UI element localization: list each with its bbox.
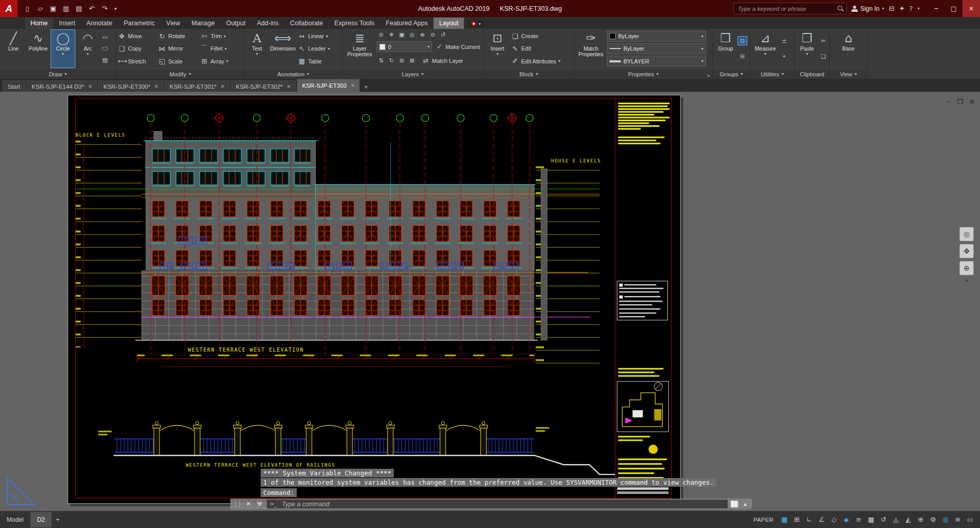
maximize-button[interactable]: □	[945, 0, 962, 17]
make-current-button[interactable]: ✓Make Current	[435, 41, 480, 53]
layer-state-icon[interactable]: ⊞	[397, 57, 406, 65]
ellipse-icon[interactable]: ◯	[101, 46, 109, 52]
tab-manage[interactable]: Manage	[186, 18, 220, 29]
file-tab-ksr-sjp-et301[interactable]: KSR-SJP-ET301*✕	[165, 80, 230, 92]
object-color-select[interactable]: ByLayer▾	[607, 31, 706, 42]
mirror-button[interactable]: ⋈Mirror	[158, 43, 199, 55]
properties-panel-label[interactable]: Properties▾↘	[574, 69, 712, 79]
help-menu-caret-icon[interactable]: ▾	[918, 6, 920, 11]
annotation-panel-label[interactable]: Annotation▾	[245, 69, 342, 79]
block-panel-label[interactable]: Block▾	[484, 69, 574, 79]
groups-panel-label[interactable]: Groups▾	[713, 69, 750, 79]
rotate-button[interactable]: ↻Rotate	[158, 30, 199, 42]
tab-view[interactable]: View	[160, 18, 186, 29]
help-search[interactable]	[733, 3, 847, 14]
doc-minimize-icon[interactable]: ─	[947, 98, 951, 106]
copy-button[interactable]: ❑Copy	[118, 43, 157, 55]
draw-panel-label[interactable]: Draw▾	[0, 69, 116, 79]
command-input[interactable]	[281, 500, 724, 508]
drawing-sheet[interactable]: BLOCK E LEVELS HOUSE E LEVELS WESTERN TE…	[68, 95, 679, 502]
isodraft-icon[interactable]: ◇	[828, 514, 840, 525]
file-tab-ksr-sjp-e144[interactable]: KSR-SJP-E144 D3*✕	[26, 80, 97, 92]
isolate-objects-icon[interactable]: ◎	[940, 514, 951, 525]
line-button[interactable]: ╱Line	[2, 30, 25, 68]
layer-walk-icon[interactable]: ⇅	[377, 57, 385, 65]
polar-tracking-icon[interactable]: ∠	[816, 514, 827, 525]
layer-lock-icon[interactable]: ▣	[397, 31, 406, 39]
annotation-visibility-icon[interactable]: ◬	[890, 514, 902, 525]
transparency-icon[interactable]: ▩	[865, 514, 877, 525]
close-tab-icon[interactable]: ✕	[287, 84, 291, 89]
close-button[interactable]: ✕	[962, 0, 980, 17]
command-close-icon[interactable]: ✕	[244, 501, 252, 507]
command-bar[interactable]: ⋮⋮ ✕ ⚒ >_ ▴	[230, 499, 752, 509]
ucs-icon[interactable]	[5, 466, 36, 507]
plot-icon[interactable]: ▤	[73, 3, 85, 14]
match-properties-button[interactable]: ✑Match Properties	[576, 30, 606, 68]
paste-button[interactable]: ❐Paste▾	[796, 30, 818, 68]
stretch-button[interactable]: ⟷Stretch	[118, 55, 157, 67]
dialog-launcher-icon[interactable]: ↘	[706, 73, 710, 78]
layer-restore-icon[interactable]: ↺	[439, 31, 447, 39]
close-tab-icon[interactable]: ✕	[154, 84, 158, 89]
annotation-monitor-icon[interactable]: ⊕	[915, 514, 926, 525]
match-layer-button[interactable]: ⇄Match Layer	[422, 55, 463, 67]
tab-layout[interactable]: Layout	[433, 18, 464, 29]
trim-button[interactable]: ✄Trim▾	[200, 30, 243, 42]
title-block[interactable]	[617, 103, 670, 494]
layers-panel-label[interactable]: Layers▾	[342, 69, 483, 79]
close-tab-icon[interactable]: ✕	[351, 83, 355, 88]
clean-screen-icon[interactable]: ▭	[965, 514, 976, 525]
utilities-panel-label[interactable]: Utilities▾	[750, 69, 794, 79]
paper-space-button[interactable]: PAPER	[753, 517, 774, 523]
copy-clip-icon[interactable]: ❑	[819, 53, 828, 61]
new-drawing-tab-button[interactable]: +	[361, 81, 371, 92]
text-button[interactable]: AText▾	[246, 30, 268, 68]
linetype-select[interactable]: ByLayer▾	[607, 43, 706, 54]
edit-block-button[interactable]: ✎Edit	[511, 43, 571, 55]
pan-icon[interactable]: ✥	[959, 244, 974, 258]
ortho-mode-icon[interactable]: ∟	[804, 514, 815, 525]
zoom-icon[interactable]: ⊕	[959, 261, 974, 275]
dimension-button[interactable]: ⟺Dimension	[269, 30, 297, 68]
tab-annotate[interactable]: Annotate	[81, 18, 118, 29]
save-icon[interactable]: ▣	[47, 3, 59, 14]
model-tab[interactable]: Model	[0, 512, 30, 527]
save-as-icon[interactable]: ▥	[60, 3, 72, 14]
file-tab-ksr-sjp-et303[interactable]: KSR-SJP-ET303✕	[297, 79, 360, 92]
tab-addins[interactable]: Add-ins	[251, 18, 284, 29]
building-elevation[interactable]	[75, 131, 599, 340]
modify-panel-label[interactable]: Modify▾	[116, 69, 244, 79]
clipboard-panel-label[interactable]: Clipboard	[795, 69, 829, 79]
help-icon[interactable]: ?	[909, 5, 913, 12]
rectangle-icon[interactable]: ▭	[101, 34, 109, 42]
tab-home[interactable]: Home	[25, 18, 53, 29]
open-file-icon[interactable]: ▱	[35, 3, 46, 14]
leader-button[interactable]: ↖Leader▾	[298, 43, 340, 55]
linear-button[interactable]: ↔Linear▾	[298, 30, 340, 42]
table-button[interactable]: ▦Table	[298, 55, 340, 67]
ungroup-icon[interactable]: ⊟	[738, 53, 747, 61]
view-panel-label[interactable]: View▾	[830, 69, 867, 79]
app-store-icon[interactable]: ⊟	[889, 5, 894, 12]
create-block-button[interactable]: ❏Create	[511, 30, 571, 42]
arc-button[interactable]: ◠Arc▾	[76, 30, 100, 68]
id-point-icon[interactable]: ⌖	[780, 53, 789, 61]
cut-icon[interactable]: ✄	[819, 37, 828, 45]
lineweight-select[interactable]: BYLAYER▾	[607, 56, 706, 67]
minimize-button[interactable]: ─	[927, 0, 945, 17]
search-input[interactable]	[737, 5, 838, 12]
command-recent-button[interactable]	[731, 501, 738, 507]
object-snap-icon[interactable]: ◈	[841, 514, 852, 525]
layer-properties-button[interactable]: ≣Layer Properties	[344, 30, 376, 68]
new-file-icon[interactable]: ▯	[22, 3, 33, 14]
layout-paper[interactable]: BLOCK E LEVELS HOUSE E LEVELS WESTERN TE…	[68, 95, 681, 504]
search-icon[interactable]	[838, 6, 843, 11]
file-tab-start[interactable]: Start	[3, 80, 25, 92]
graphics-performance-icon[interactable]: ≋	[952, 514, 963, 525]
layer-merge-icon[interactable]: ⊕	[418, 31, 427, 39]
close-tab-icon[interactable]: ✕	[221, 84, 225, 89]
fillet-button[interactable]: ⌒Fillet▾	[200, 43, 243, 55]
tab-insert[interactable]: Insert	[53, 18, 81, 29]
snap-mode-icon[interactable]: ⊞	[791, 514, 802, 525]
